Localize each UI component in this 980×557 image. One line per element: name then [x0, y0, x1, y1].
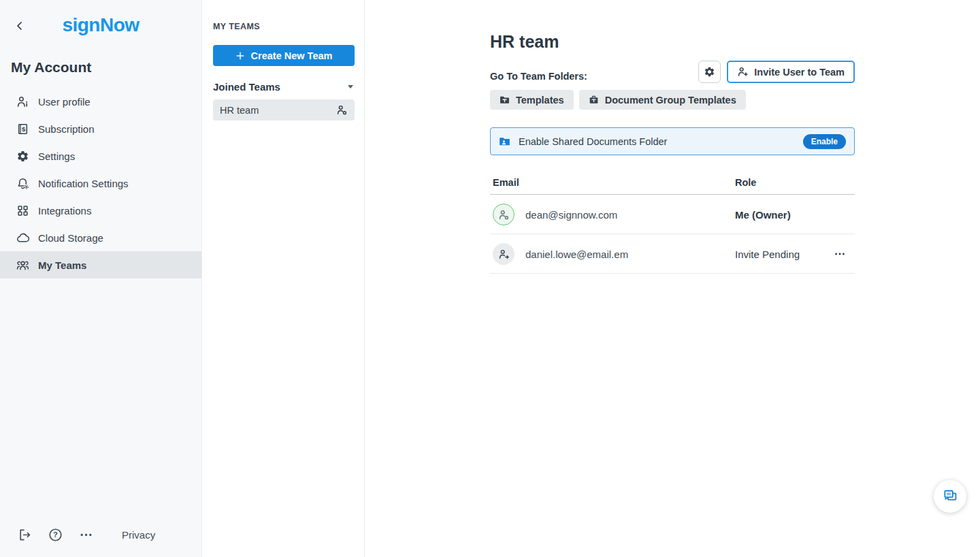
sidebar-item-subscription[interactable]: Subscription: [0, 115, 201, 142]
sidebar-item-label: Settings: [38, 150, 75, 162]
document-group-templates-button[interactable]: Document Group Templates: [579, 90, 746, 110]
team-list-item-hr-team[interactable]: HR team: [213, 99, 355, 121]
ellipsis-icon: [834, 248, 846, 260]
account-sidebar: signNow My Account User profile Subscrip…: [0, 0, 201, 557]
sidebar-item-label: My Teams: [38, 259, 86, 271]
logout-icon: [18, 528, 32, 542]
subscription-icon: [16, 123, 29, 136]
templates-folder-label: Templates: [516, 95, 564, 106]
table-header-row: Email Role: [490, 174, 855, 195]
chat-windows-icon: [942, 488, 959, 505]
invite-user-label: Invite User to Team: [754, 67, 845, 78]
cloud-icon: [16, 232, 29, 244]
create-new-team-button[interactable]: Create New Team: [213, 45, 355, 66]
sidebar-item-label: User profile: [38, 96, 91, 108]
gear-icon: [704, 66, 715, 78]
caret-down-icon: [348, 85, 353, 89]
help-button[interactable]: [48, 528, 63, 542]
integrations-icon: [16, 204, 29, 217]
bell-gear-icon: [16, 177, 29, 190]
team-members-table: Email Role dean@signnow.com Me (Owner) d…: [490, 174, 855, 274]
invite-user-button[interactable]: Invite User to Team: [727, 61, 855, 83]
sidebar-item-notification-settings[interactable]: Notification Settings: [0, 170, 201, 197]
page-title: My Account: [11, 59, 91, 76]
live-chat-button[interactable]: [934, 480, 966, 513]
table-row: daniel.lowe@email.em Invite Pending: [490, 234, 855, 274]
user-profile-icon: [16, 95, 29, 108]
account-nav: User profile Subscription Settings Notif…: [0, 88, 201, 278]
ellipsis-icon: [79, 528, 93, 542]
app-window: signNow My Account User profile Subscrip…: [0, 0, 980, 557]
templates-folder-button[interactable]: Templates: [490, 90, 574, 110]
enable-shared-folder-button[interactable]: Enable: [803, 134, 846, 149]
sidebar-footer: Privacy: [18, 528, 155, 542]
team-folder-buttons: Templates Document Group Templates: [490, 90, 855, 110]
team-detail-main: HR team Invite User to Team Go To Team F…: [365, 0, 980, 557]
sidebar-item-cloud-storage[interactable]: Cloud Storage: [0, 224, 201, 251]
signnow-logo: signNow: [0, 14, 201, 36]
row-menu-button[interactable]: [830, 244, 849, 264]
sidebar-item-integrations[interactable]: Integrations: [0, 197, 201, 224]
document-group-templates-label: Document Group Templates: [605, 95, 736, 106]
plus-icon: [235, 51, 245, 61]
document-group-templates-icon: [589, 95, 599, 105]
shared-documents-banner: Enable Shared Documents Folder Enable: [490, 127, 855, 155]
templates-folder-icon: [500, 95, 510, 105]
panel-title: MY TEAMS: [213, 22, 260, 31]
my-teams-panel: MY TEAMS Create New Team Joined Teams HR…: [201, 0, 365, 557]
shared-folder-icon: [499, 136, 510, 147]
team-title: HR team: [490, 30, 855, 53]
sidebar-item-label: Subscription: [38, 123, 95, 135]
member-role: Me (Owner): [735, 208, 791, 220]
column-header-email: Email: [493, 177, 519, 188]
person-arrow-icon: [498, 249, 510, 260]
shared-documents-banner-text: Enable Shared Documents Folder: [519, 136, 803, 147]
logout-button[interactable]: [18, 528, 32, 542]
sidebar-item-settings[interactable]: Settings: [0, 142, 201, 170]
gear-icon: [16, 150, 29, 163]
people-group-icon: [16, 259, 29, 272]
member-icon: [498, 209, 510, 221]
column-header-role: Role: [735, 177, 756, 188]
joined-teams-toggle[interactable]: Joined Teams: [213, 81, 353, 93]
privacy-link[interactable]: Privacy: [122, 529, 155, 541]
sidebar-item-my-teams[interactable]: My Teams: [0, 251, 201, 278]
sidebar-item-label: Integrations: [38, 205, 91, 217]
team-header-actions: Invite User to Team: [698, 61, 855, 83]
person-plus-icon: [737, 66, 749, 78]
team-name: HR team: [220, 105, 336, 116]
table-row: dean@signnow.com Me (Owner): [490, 195, 855, 234]
more-options-button[interactable]: [79, 528, 93, 542]
sidebar-item-label: Cloud Storage: [38, 232, 103, 244]
invited-gray-avatar: [493, 243, 514, 265]
team-settings-button[interactable]: [698, 61, 721, 83]
create-new-team-label: Create New Team: [251, 50, 333, 61]
sidebar-item-label: Notification Settings: [38, 178, 129, 189]
member-email: dean@signnow.com: [525, 208, 617, 220]
member-email: daniel.lowe@email.em: [525, 248, 628, 259]
member-role: Invite Pending: [735, 248, 800, 259]
team-member-icon: [336, 104, 348, 116]
help-icon: [48, 528, 63, 542]
sidebar-item-user-profile[interactable]: User profile: [0, 88, 201, 115]
member-green-avatar: [493, 204, 514, 225]
joined-teams-label: Joined Teams: [213, 81, 280, 93]
